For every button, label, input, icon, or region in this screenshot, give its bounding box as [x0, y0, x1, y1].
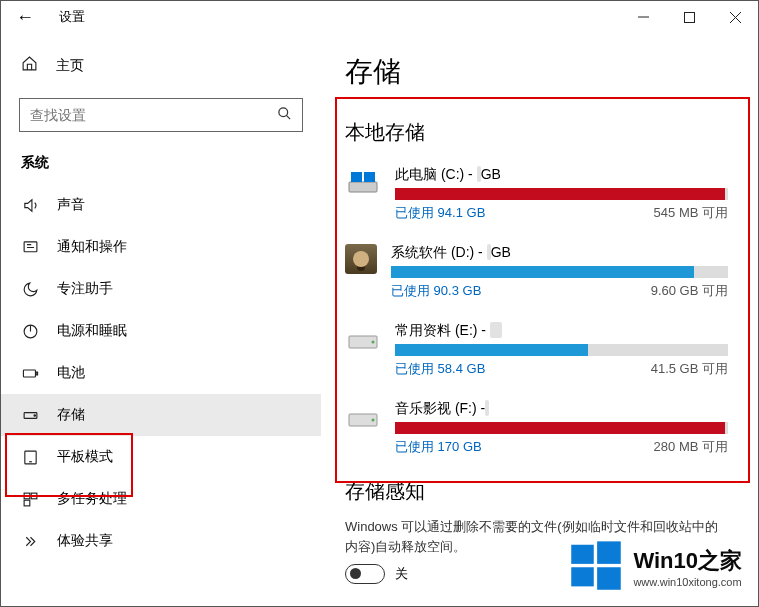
nav-item-notifications[interactable]: 通知和操作 [1, 226, 321, 268]
home-label: 主页 [56, 57, 84, 75]
nav-label: 电池 [57, 364, 85, 382]
drive-title: 常用资料 (E:) - 1 [395, 322, 728, 340]
nav-item-share[interactable]: 体验共享 [1, 520, 321, 562]
nav-label: 平板模式 [57, 448, 113, 466]
nav-item-sound[interactable]: 声音 [1, 184, 321, 226]
drive-usage-bar [395, 344, 728, 356]
svg-point-24 [372, 419, 375, 422]
home-button[interactable]: 主页 [1, 47, 321, 84]
drive-used-label: 已使用 170 GB [395, 438, 482, 456]
drive-used-label: 已使用 94.1 GB [395, 204, 485, 222]
search-input[interactable] [30, 107, 277, 123]
svg-rect-15 [24, 493, 30, 499]
nav-label: 多任务处理 [57, 490, 127, 508]
drive-free-label: 545 MB 可用 [654, 204, 728, 222]
nav-label: 体验共享 [57, 532, 113, 550]
drive-row[interactable]: 常用资料 (E:) - 1 已使用 58.4 GB41.5 GB 可用 [345, 322, 728, 378]
nav-item-tablet[interactable]: 平板模式 [1, 436, 321, 478]
svg-rect-25 [572, 545, 595, 564]
main-panel: 存储 本地存储 此电脑 (C:) - GB已使用 94.1 GB545 MB 可… [321, 33, 758, 606]
drive-title: 此电脑 (C:) - GB [395, 166, 728, 184]
maximize-button[interactable] [666, 1, 712, 33]
nav-item-focus[interactable]: 专注助手 [1, 268, 321, 310]
drive-free-label: 9.60 GB 可用 [651, 282, 728, 300]
svg-rect-19 [351, 172, 362, 182]
nav-label: 存储 [57, 406, 85, 424]
power-icon [21, 323, 39, 340]
window-title: 设置 [59, 8, 85, 26]
svg-rect-17 [24, 500, 30, 506]
nav-item-battery[interactable]: 电池 [1, 352, 321, 394]
drive-usage-bar [391, 266, 728, 278]
category-heading: 系统 [1, 150, 321, 184]
battery-icon [21, 365, 39, 382]
svg-rect-1 [684, 12, 694, 22]
watermark-logo-icon [569, 538, 623, 596]
drive-usage-bar [395, 188, 728, 200]
svg-rect-28 [598, 567, 622, 590]
nav-item-power[interactable]: 电源和睡眠 [1, 310, 321, 352]
watermark-title: Win10之家 [633, 546, 742, 576]
notification-icon [21, 239, 39, 256]
drive-title: 系统软件 (D:) - GB [391, 244, 728, 262]
svg-point-12 [34, 414, 35, 415]
storage-icon [21, 407, 39, 424]
svg-rect-10 [36, 372, 37, 375]
minimize-button[interactable] [620, 1, 666, 33]
drive-used-label: 已使用 58.4 GB [395, 360, 485, 378]
svg-line-5 [286, 115, 290, 119]
svg-rect-20 [364, 172, 375, 182]
drive-icon [345, 168, 381, 198]
toggle-state-label: 关 [395, 565, 408, 583]
search-box[interactable] [19, 98, 303, 132]
drive-free-label: 280 MB 可用 [654, 438, 728, 456]
nav-item-storage[interactable]: 存储 [1, 394, 321, 436]
back-button[interactable]: ← [9, 1, 41, 33]
drive-avatar-icon [345, 244, 377, 274]
share-icon [21, 533, 39, 550]
sound-icon [21, 197, 39, 214]
sidebar: 主页 系统 声音 通知和操作 专注助手 电源和睡眠 电池 [1, 33, 321, 606]
nav-label: 声音 [57, 196, 85, 214]
svg-rect-9 [23, 369, 35, 376]
drive-usage-bar [395, 422, 728, 434]
drive-used-label: 已使用 90.3 GB [391, 282, 481, 300]
drive-icon [345, 402, 381, 432]
svg-rect-18 [349, 182, 377, 192]
drive-icon [345, 324, 381, 354]
watermark: Win10之家 www.win10xitong.com [569, 538, 742, 596]
svg-rect-26 [598, 541, 622, 564]
svg-point-4 [279, 108, 288, 117]
watermark-url: www.win10xitong.com [633, 576, 742, 588]
close-button[interactable] [712, 1, 758, 33]
nav-label: 电源和睡眠 [57, 322, 127, 340]
section-heading: 本地存储 [345, 119, 728, 146]
svg-point-22 [372, 341, 375, 344]
search-icon [277, 106, 292, 124]
svg-rect-16 [31, 493, 37, 499]
focus-icon [21, 281, 39, 298]
storage-sense-toggle[interactable] [345, 564, 385, 584]
drive-row[interactable]: 音乐影视 (F:) - 已使用 170 GB280 MB 可用 [345, 400, 728, 456]
svg-rect-6 [24, 241, 37, 251]
multitask-icon [21, 491, 39, 508]
nav-label: 通知和操作 [57, 238, 127, 256]
home-icon [21, 55, 38, 76]
tablet-icon [21, 449, 39, 466]
page-title: 存储 [345, 53, 728, 91]
storage-sense-heading: 存储感知 [345, 478, 728, 505]
drive-row[interactable]: 系统软件 (D:) - GB已使用 90.3 GB9.60 GB 可用 [345, 244, 728, 300]
nav-item-multitask[interactable]: 多任务处理 [1, 478, 321, 520]
drive-title: 音乐影视 (F:) - [395, 400, 728, 418]
svg-rect-27 [572, 567, 595, 586]
nav-label: 专注助手 [57, 280, 113, 298]
drive-row[interactable]: 此电脑 (C:) - GB已使用 94.1 GB545 MB 可用 [345, 166, 728, 222]
drive-free-label: 41.5 GB 可用 [651, 360, 728, 378]
